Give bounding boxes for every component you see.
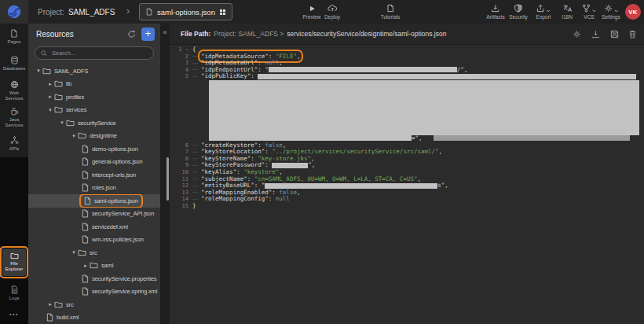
caret-down-icon	[547, 9, 551, 13]
rail-item-java-services[interactable]: Java Services	[0, 104, 28, 131]
database-icon	[10, 56, 19, 64]
tree-item-wm-xss-policies.json[interactable]: wm-xss-policies.json	[28, 234, 160, 247]
download-icon[interactable]	[591, 30, 600, 39]
file-icon	[82, 235, 89, 244]
tree-item-inner: saml	[90, 262, 113, 269]
action-security[interactable]: Security	[509, 3, 527, 20]
chevron-down-icon[interactable]: ▾	[70, 133, 78, 139]
tree-item-label: saml-options.json	[94, 197, 138, 204]
folder-icon	[54, 106, 63, 113]
tree-item-build.xml[interactable]: build.xml	[28, 311, 160, 324]
code-token: ,	[417, 175, 421, 182]
code-token: {	[192, 46, 196, 53]
folder-icon	[78, 132, 86, 139]
tree-item-roles.json[interactable]: roles.json	[28, 182, 160, 195]
tree-item-label: lib	[66, 80, 71, 87]
save-icon[interactable]	[610, 30, 619, 39]
tree-scrollbar-thumb[interactable]	[166, 157, 169, 201]
resources-header: Resources +	[28, 24, 160, 44]
tree-item-label: intercept-urls.json	[92, 171, 136, 179]
editor-toolbar	[573, 30, 636, 39]
folder-icon	[78, 249, 86, 256]
code-token: }	[192, 202, 196, 209]
chevron-down-icon[interactable]: ▾	[58, 120, 66, 126]
tree-item-profiles[interactable]: ▸profiles	[28, 90, 160, 104]
gear-icon[interactable]	[573, 30, 581, 39]
code-line-content: }	[192, 203, 196, 210]
tree-item-securityservice.spring.xml[interactable]: securityService.spring.xml	[28, 285, 160, 299]
action-i18n[interactable]: I18N	[562, 3, 573, 20]
indent-guide	[192, 162, 201, 169]
redacted-text	[272, 163, 308, 168]
project-name[interactable]: SAML_ADFS	[68, 8, 115, 17]
rail-item-label: Logs	[9, 296, 19, 301]
action-export[interactable]: Export	[536, 3, 551, 20]
tree-item-saml_adfs[interactable]: ▾SAML_ADFS	[28, 64, 160, 78]
action-artifacts[interactable]: Artifacts	[486, 3, 504, 20]
more-options-button[interactable]: •••	[0, 311, 28, 317]
code-line: 5"idpPublicKey":	[170, 73, 644, 80]
fold-marker-icon[interactable]: -	[182, 46, 188, 53]
chevron-right-icon[interactable]: ▸	[46, 81, 54, 87]
tree-item-securityservice_api.json[interactable]: securityService_API.json	[28, 208, 160, 221]
chevron-down-icon[interactable]: ▾	[35, 68, 42, 74]
rail-item-file-explorer[interactable]: File Explorer	[2, 249, 26, 276]
rail-item-logs[interactable]: Logs	[2, 282, 26, 305]
chevron-right-icon[interactable]: ▸	[46, 301, 54, 307]
tree-item-saml[interactable]: ▸saml	[28, 260, 160, 273]
action-vcs[interactable]: VCS	[582, 3, 596, 20]
left-rail: PagesDatabasesWeb ServicesJava ServicesA…	[0, 24, 28, 324]
refresh-icon[interactable]	[127, 30, 136, 39]
indent-guide	[192, 182, 201, 190]
tree-item-inner: SAML_ADFS	[42, 68, 88, 75]
line-number: 4	[170, 67, 192, 74]
chevron-right-icon[interactable]: ▸	[82, 263, 90, 269]
tree-item-demo-options.json[interactable]: demo-options.json	[28, 142, 160, 156]
folder-icon	[54, 80, 63, 87]
action-settings[interactable]: Settings	[602, 3, 620, 20]
add-resource-button[interactable]: +	[141, 28, 155, 41]
trash-icon[interactable]	[629, 30, 636, 39]
chevron-down-icon[interactable]: ▾	[46, 107, 54, 113]
tree-item-securityservice.properties[interactable]: securityService.properties	[28, 272, 160, 285]
code-token: s",	[437, 182, 448, 189]
rail-item-databases[interactable]: Databases	[0, 50, 28, 77]
annotation-highlight: saml-options.json	[82, 196, 141, 206]
folder-icon	[54, 301, 63, 308]
tree-item-src[interactable]: ▸src	[28, 298, 160, 311]
tree-item-intercept-urls.json[interactable]: intercept-urls.json	[28, 168, 160, 182]
chevron-right-icon[interactable]: ▸	[46, 94, 54, 100]
tree-item-designtime[interactable]: ▾designtime	[28, 130, 160, 143]
line-number: 2	[170, 53, 192, 61]
chevron-down-icon[interactable]: ▾	[70, 249, 78, 256]
brand-logo-icon[interactable]	[0, 0, 28, 24]
user-avatar[interactable]: VK	[625, 4, 641, 20]
rail-item-label: File Explorer	[2, 261, 26, 272]
tree-item-lib[interactable]: ▸lib	[28, 78, 160, 91]
editor-panel: File Path: Project: SAML_ADFS > services…	[170, 24, 644, 324]
action-preview[interactable]: Preview	[302, 3, 320, 20]
open-file-tab[interactable]: saml-options.json	[139, 3, 232, 20]
tree-item-src[interactable]: ▾src	[28, 246, 160, 260]
shield-icon	[514, 4, 522, 13]
rail-item-apis[interactable]: APIs	[0, 131, 28, 157]
action-deploy[interactable]: Deploy	[324, 3, 340, 20]
tree-item-general-options.json[interactable]: general-options.json	[28, 156, 160, 169]
breadcrumb-chevron-icon[interactable]: ›	[126, 6, 130, 17]
indent-guide	[192, 67, 201, 74]
action-tutorials[interactable]: Tutorials	[381, 3, 401, 20]
code-editor[interactable]: 1 -{2"idpMetadataSource": "FILE",3"idpMe…	[170, 44, 644, 324]
rail-item-web-services[interactable]: Web Services	[0, 77, 28, 104]
collapse-panel-icon[interactable]: «	[160, 28, 170, 36]
tree-item-services[interactable]: ▾services	[28, 104, 160, 117]
folder-icon	[42, 68, 51, 75]
tree-item-securityservice[interactable]: ▾securityService	[28, 116, 160, 130]
tree-item-servicedef.xml[interactable]: servicedef.xml	[28, 220, 160, 234]
tree-item-label: securityService.spring.xml	[92, 288, 157, 295]
rail-item-pages[interactable]: Pages	[0, 24, 28, 50]
grid-icon[interactable]	[220, 9, 225, 15]
tree-item-label: src	[66, 301, 74, 308]
tree-item-saml-options.json[interactable]: saml-options.json	[28, 194, 160, 208]
search-input[interactable]	[50, 49, 148, 57]
code-token: "cn=SAML_ADFS, OU=WM, O=WM, L=LA, ST=CA,…	[254, 175, 418, 182]
